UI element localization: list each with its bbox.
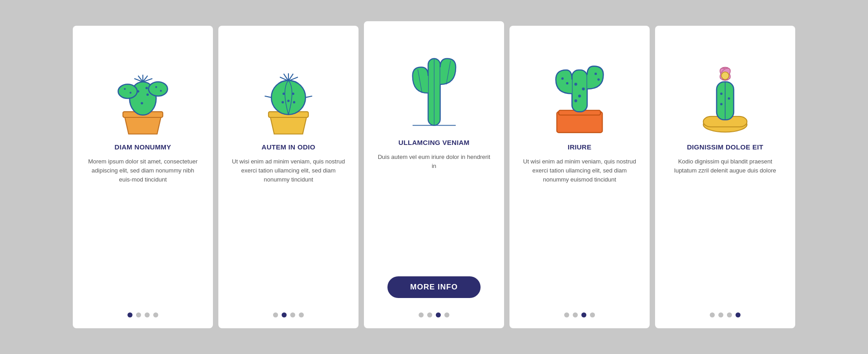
dot-5-3 — [736, 312, 741, 317]
svg-point-39 — [574, 83, 577, 85]
dot-4-0 — [564, 312, 569, 317]
card-3-text: Duis autem vel eum iriure dolor in hendr… — [377, 153, 491, 268]
card-5-title: DIGNISSIM DOLOE EIT — [687, 143, 763, 151]
card-1-title: DIAM NONUMMY — [114, 143, 171, 151]
card-4-text: Ut wisi enim ad minim veniam, quis nostr… — [522, 157, 637, 303]
svg-point-26 — [283, 93, 285, 95]
svg-point-11 — [160, 90, 162, 92]
svg-point-9 — [130, 92, 132, 93]
dot-5-1 — [718, 312, 723, 317]
dot-4-1 — [573, 312, 578, 317]
dot-1-2 — [145, 312, 150, 317]
dot-1-1 — [136, 312, 141, 317]
svg-point-4 — [137, 90, 139, 93]
dot-4-3 — [590, 312, 595, 317]
svg-point-40 — [582, 88, 585, 90]
card-5: DIGNISSIM DOLOE EIT Kodio dignissim qui … — [655, 26, 795, 328]
dot-1-3 — [153, 312, 158, 317]
svg-point-42 — [574, 99, 577, 102]
card-5-text: Kodio dignissim qui blandit praesent lup… — [668, 157, 783, 303]
svg-point-57 — [720, 93, 722, 95]
dot-1-0 — [127, 312, 132, 317]
svg-point-59 — [720, 103, 722, 105]
svg-point-6 — [141, 102, 143, 104]
svg-line-25 — [265, 96, 272, 98]
card-3-title: ULLAMCING VENIAM — [398, 139, 469, 146]
dot-3-0 — [419, 312, 424, 317]
more-info-button[interactable]: MORE INFO — [387, 276, 480, 298]
dot-4-2 — [581, 312, 586, 317]
card-4-title: IRIURE — [568, 143, 592, 151]
svg-point-45 — [594, 73, 597, 75]
svg-point-46 — [597, 78, 599, 80]
card-3-icon — [377, 35, 491, 134]
svg-point-5 — [146, 93, 149, 96]
svg-point-27 — [292, 93, 294, 95]
dot-2-1 — [282, 312, 287, 317]
card-5-icon — [668, 39, 783, 139]
card-1-icon — [85, 39, 200, 139]
card-1: DIAM NONUMMY Morem ipsum dolor sit amet,… — [73, 26, 213, 328]
svg-point-41 — [578, 95, 581, 98]
card-2-dots — [273, 312, 304, 317]
cards-container: DIAM NONUMMY Morem ipsum dolor sit amet,… — [55, 8, 813, 346]
dot-2-0 — [273, 312, 278, 317]
dot-3-1 — [427, 312, 432, 317]
svg-point-7 — [146, 87, 148, 89]
card-2-icon — [231, 39, 346, 139]
svg-line-24 — [306, 96, 312, 98]
dot-3-3 — [444, 312, 449, 317]
svg-point-3 — [149, 82, 168, 96]
svg-point-18 — [271, 80, 306, 115]
svg-point-56 — [722, 72, 729, 79]
dot-5-2 — [727, 312, 732, 317]
card-1-dots — [127, 312, 158, 317]
svg-point-44 — [566, 82, 568, 84]
card-3-dots — [419, 312, 449, 317]
dot-2-2 — [290, 312, 295, 317]
svg-point-30 — [293, 101, 295, 103]
svg-point-28 — [287, 100, 289, 102]
card-4-dots — [564, 312, 595, 317]
dot-2-3 — [299, 312, 304, 317]
dot-5-0 — [710, 312, 715, 317]
svg-point-8 — [124, 88, 126, 90]
card-4: IRIURE Ut wisi enim ad minim veniam, qui… — [509, 26, 650, 328]
card-2: AUTEM IN ODIO Ut wisi enim ad minim veni… — [218, 26, 359, 328]
card-1-text: Morem ipsum dolor sit amet, consectetuer… — [85, 157, 200, 303]
svg-point-10 — [155, 86, 157, 88]
dot-3-2 — [436, 312, 441, 317]
card-3: ULLAMCING VENIAM Duis autem vel eum iriu… — [364, 21, 504, 328]
card-5-dots — [710, 312, 741, 317]
svg-point-29 — [282, 101, 284, 103]
svg-point-2 — [118, 84, 137, 99]
card-4-icon — [522, 39, 637, 139]
svg-rect-38 — [572, 70, 587, 112]
card-2-title: AUTEM IN ODIO — [262, 143, 316, 151]
svg-point-58 — [728, 97, 730, 99]
card-2-text: Ut wisi enim ad minim veniam, quis nostr… — [231, 157, 346, 303]
svg-point-43 — [561, 77, 564, 79]
